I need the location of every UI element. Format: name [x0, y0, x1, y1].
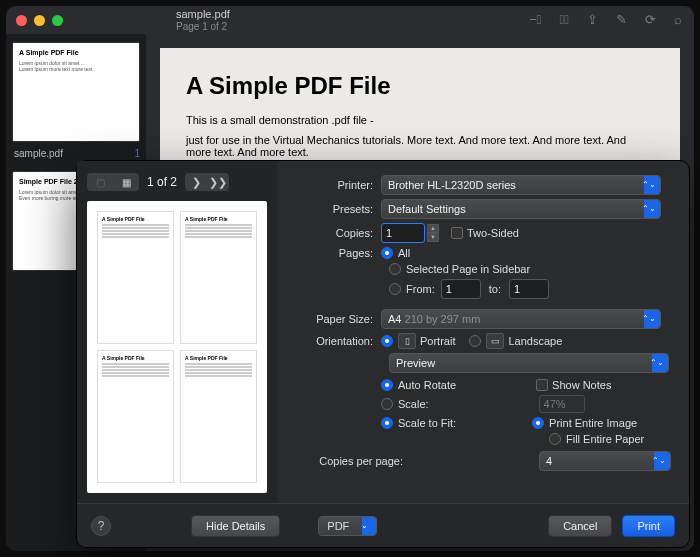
next-page-button[interactable]: ❯: [185, 173, 207, 191]
zoom-window-icon[interactable]: [52, 15, 63, 26]
section-select[interactable]: Preview⌃⌄: [389, 353, 669, 373]
presets-label: Presets:: [281, 203, 381, 215]
paper-size-select[interactable]: A4 210 by 297 mm ⌃⌄: [381, 309, 661, 329]
preview-mini-3: A Simple PDF File: [97, 350, 174, 483]
markup-icon[interactable]: ✎: [616, 12, 627, 27]
scale-to-fit-radio[interactable]: [381, 417, 393, 429]
dialog-preview-pane: ▢ ▦ 1 of 2 ❯ ❯❯ A Simple PDF File A Simp…: [77, 161, 277, 503]
orientation-label: Orientation:: [281, 335, 381, 347]
preview-sheet: A Simple PDF File A Simple PDF File A Si…: [87, 201, 267, 493]
fill-entire-paper-radio[interactable]: [549, 433, 561, 445]
document-title: sample.pdf: [176, 8, 230, 21]
pages-from-radio[interactable]: [389, 283, 401, 295]
paper-size-label: Paper Size:: [281, 313, 381, 325]
copies-stepper[interactable]: ▲▼: [427, 224, 439, 242]
thumbnail-1-page: 1: [134, 148, 140, 159]
preview-mode-single[interactable]: ▢: [87, 173, 113, 191]
pages-from-input[interactable]: [441, 279, 481, 299]
preview-mode-grid[interactable]: ▦: [113, 173, 139, 191]
print-entire-image-radio[interactable]: [532, 417, 544, 429]
pages-selected-radio[interactable]: [389, 263, 401, 275]
print-dialog: ▢ ▦ 1 of 2 ❯ ❯❯ A Simple PDF File A Simp…: [76, 160, 690, 548]
doc-heading: A Simple PDF File: [186, 72, 654, 100]
scale-input: [539, 395, 585, 413]
last-page-button[interactable]: ❯❯: [207, 173, 229, 191]
window-controls: [16, 15, 63, 26]
print-options: Printer: Brother HL-L2320D series⌃⌄ Pres…: [277, 161, 689, 503]
title-group: sample.pdf Page 1 of 2: [176, 8, 230, 32]
portrait-icon: ▯: [398, 333, 416, 349]
page-nav: ❯ ❯❯: [185, 173, 229, 191]
two-sided-label: Two-Sided: [467, 227, 519, 239]
copies-input[interactable]: [381, 223, 425, 243]
share-icon[interactable]: ⇪: [587, 12, 598, 27]
copies-per-page-select[interactable]: 4⌃⌄: [539, 451, 671, 471]
scale-radio[interactable]: [381, 398, 393, 410]
landscape-icon: ▭: [486, 333, 504, 349]
rotate-icon[interactable]: ⟳: [645, 12, 656, 27]
auto-rotate-checkbox[interactable]: [381, 379, 393, 391]
orientation-landscape-radio[interactable]: [469, 335, 481, 347]
minimize-window-icon[interactable]: [34, 15, 45, 26]
print-button[interactable]: Print: [622, 515, 675, 537]
help-button[interactable]: ?: [91, 516, 111, 536]
page-status: Page 1 of 2: [176, 21, 230, 33]
sidebar-thumbnail-1[interactable]: A Simple PDF File Lorem ipsum dolor sit …: [12, 42, 140, 142]
orientation-portrait-radio[interactable]: [381, 335, 393, 347]
dialog-footer: ? Hide Details PDF⌄ Cancel Print: [77, 503, 689, 547]
zoom-out-icon[interactable]: −⃝: [529, 12, 541, 27]
pdf-dropdown[interactable]: PDF⌄: [318, 516, 377, 536]
copies-per-page-label: Copies per page:: [281, 455, 411, 467]
zoom-in-icon[interactable]: ＋⃝: [560, 12, 570, 27]
two-sided-checkbox[interactable]: [451, 227, 463, 239]
show-notes-checkbox[interactable]: [536, 379, 548, 391]
copies-label: Copies:: [281, 227, 381, 239]
thumbnail-1-label: sample.pdf: [14, 148, 63, 159]
printer-select[interactable]: Brother HL-L2320D series⌃⌄: [381, 175, 661, 195]
preview-mini-2: A Simple PDF File: [180, 211, 257, 344]
printer-label: Printer:: [281, 179, 381, 191]
hide-details-button[interactable]: Hide Details: [191, 515, 280, 537]
toolbar-icons: −⃝ ＋⃝ ⇪ ✎ ⟳ ⌕: [529, 12, 682, 27]
pages-to-input[interactable]: [509, 279, 549, 299]
pages-label: Pages:: [281, 247, 381, 259]
preview-mode-segmented[interactable]: ▢ ▦: [87, 173, 139, 191]
pages-all-radio[interactable]: [381, 247, 393, 259]
search-icon[interactable]: ⌕: [674, 12, 682, 27]
page-indicator: 1 of 2: [147, 175, 177, 189]
presets-select[interactable]: Default Settings⌃⌄: [381, 199, 661, 219]
preview-mini-4: A Simple PDF File: [180, 350, 257, 483]
close-window-icon[interactable]: [16, 15, 27, 26]
cancel-button[interactable]: Cancel: [548, 515, 612, 537]
preview-mini-1: A Simple PDF File: [97, 211, 174, 344]
titlebar: sample.pdf Page 1 of 2 −⃝ ＋⃝ ⇪ ✎ ⟳ ⌕: [6, 6, 694, 34]
